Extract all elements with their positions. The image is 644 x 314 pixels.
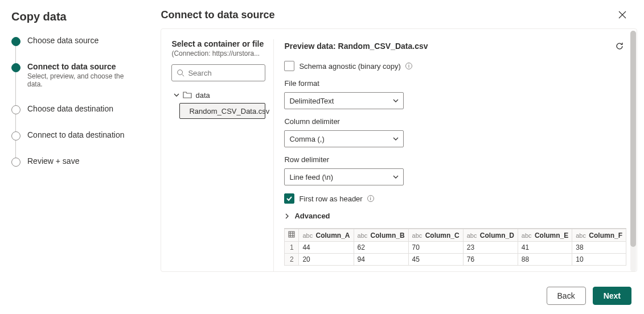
table-header[interactable]: abc Column_D: [463, 229, 518, 242]
step-label: Choose data destination: [27, 104, 113, 113]
table-cell: 23: [463, 242, 518, 254]
table-header[interactable]: abc Column_B: [354, 229, 408, 242]
picker-title: Select a container or file: [171, 39, 265, 48]
svg-rect-1: [289, 232, 294, 237]
advanced-toggle[interactable]: Advanced: [284, 212, 626, 220]
table-icon: [288, 231, 295, 238]
search-icon: [177, 69, 184, 77]
step-label: Review + save: [27, 156, 79, 166]
search-input[interactable]: [188, 69, 260, 77]
chevron-down-icon: [174, 92, 179, 98]
folder-label: data: [195, 91, 210, 100]
wizard-steps: Choose data source Connect to data sourc…: [11, 36, 136, 167]
preview-table-wrap: abc Column_A abc Column_B abc Column_C a…: [284, 228, 626, 266]
row-delimiter-select[interactable]: Line feed (\n): [284, 168, 404, 185]
page-title: Connect to data source: [161, 9, 274, 21]
table-cell: 88: [518, 254, 572, 266]
table-header[interactable]: abc Column_A: [299, 229, 354, 242]
row-delimiter-label: Row delimiter: [284, 155, 626, 164]
step-connect-source[interactable]: Connect to data source Select, preview, …: [11, 62, 136, 104]
file-format-value: DelimitedText: [289, 97, 334, 105]
step-label: Connect to data source: [27, 62, 136, 71]
advanced-label: Advanced: [294, 212, 330, 220]
step-sublabel: Select, preview, and choose the data.: [27, 72, 136, 88]
main-header: Connect to data source: [147, 0, 644, 28]
preview-form: Preview data: Random_CSV_Data.csv Schema…: [284, 39, 626, 271]
chevron-down-icon: [393, 136, 399, 142]
table-cell: 45: [408, 254, 463, 266]
table-cell: 44: [299, 242, 354, 254]
search-input-wrap[interactable]: [171, 64, 265, 81]
file-format-select[interactable]: DelimitedText: [284, 92, 404, 109]
table-cell: 94: [354, 254, 408, 266]
file-label: Random_CSV_Data.csv: [189, 107, 269, 115]
sidebar-title: Copy data: [11, 10, 136, 23]
preview-title: Preview data: Random_CSV_Data.csv: [284, 42, 428, 51]
close-icon: [618, 10, 627, 19]
chevron-right-icon: [284, 213, 290, 219]
row-number: 1: [285, 242, 299, 254]
schema-agnostic-label: Schema agnostic (binary copy): [299, 62, 400, 71]
table-cell: 41: [518, 242, 572, 254]
footer-buttons: Back Next: [547, 287, 631, 305]
back-button[interactable]: Back: [547, 287, 586, 305]
table-row[interactable]: 2 20 94 45 76 88 10: [285, 254, 626, 266]
step-label: Choose data source: [27, 36, 99, 45]
tree-folder[interactable]: data: [171, 90, 265, 100]
file-format-label: File format: [284, 79, 626, 88]
preview-header: Preview data: Random_CSV_Data.csv: [284, 39, 626, 53]
check-icon: [286, 195, 293, 202]
chevron-down-icon: [393, 98, 399, 104]
table-row[interactable]: 1 44 62 70 23 41 38: [285, 242, 626, 254]
first-row-header-row[interactable]: First row as header i: [284, 193, 626, 204]
column-delimiter-select[interactable]: Comma (,): [284, 130, 404, 147]
refresh-icon: [615, 42, 624, 51]
svg-point-0: [178, 70, 183, 75]
table-header[interactable]: abc Column_E: [518, 229, 572, 242]
first-row-header-label: First row as header: [299, 195, 362, 203]
table-header[interactable]: abc Column_F: [572, 229, 626, 242]
step-choose-destination[interactable]: Choose data destination: [11, 104, 136, 130]
folder-icon: [183, 90, 192, 100]
refresh-button[interactable]: [613, 39, 626, 53]
wizard-sidebar: Copy data Choose data source Connect to …: [0, 0, 147, 314]
step-bullet-icon: [11, 63, 20, 72]
first-row-header-checkbox[interactable]: [284, 193, 294, 204]
table-header[interactable]: abc Column_C: [408, 229, 463, 242]
step-bullet-icon: [11, 131, 20, 141]
table-cell: 10: [572, 254, 626, 266]
preview-table: abc Column_A abc Column_B abc Column_C a…: [284, 229, 626, 266]
table-cell: 20: [299, 254, 354, 266]
info-icon[interactable]: i: [405, 63, 412, 69]
info-icon[interactable]: i: [367, 195, 374, 202]
column-delimiter-label: Column delimiter: [284, 117, 626, 126]
step-choose-source[interactable]: Choose data source: [11, 36, 136, 62]
schema-agnostic-row[interactable]: Schema agnostic (binary copy) i: [284, 61, 626, 71]
row-delimiter-value: Line feed (\n): [289, 173, 333, 181]
file-picker: Select a container or file (Connection: …: [171, 39, 274, 271]
close-button[interactable]: [614, 7, 630, 23]
row-number: 2: [285, 254, 299, 266]
chevron-down-icon: [393, 174, 399, 180]
step-connect-destination[interactable]: Connect to data destination: [11, 130, 136, 156]
table-corner: [285, 229, 299, 242]
tree-file-selected[interactable]: Random_CSV_Data.csv: [179, 103, 265, 119]
step-bullet-icon: [11, 158, 20, 167]
next-button[interactable]: Next: [593, 287, 631, 305]
step-review-save[interactable]: Review + save: [11, 156, 136, 167]
column-delimiter-value: Comma (,): [289, 135, 324, 143]
table-cell: 76: [463, 254, 518, 266]
step-bullet-icon: [11, 105, 20, 114]
schema-agnostic-checkbox[interactable]: [284, 61, 294, 71]
picker-connection: (Connection: https://urstora...: [171, 49, 265, 57]
table-cell: 70: [408, 242, 463, 254]
table-cell: 62: [354, 242, 408, 254]
content-card: Select a container or file (Connection: …: [161, 28, 637, 272]
main-panel: Connect to data source Select a containe…: [147, 0, 644, 314]
table-cell: 38: [572, 242, 626, 254]
step-label: Connect to data destination: [27, 130, 124, 139]
step-bullet-icon: [11, 37, 20, 46]
